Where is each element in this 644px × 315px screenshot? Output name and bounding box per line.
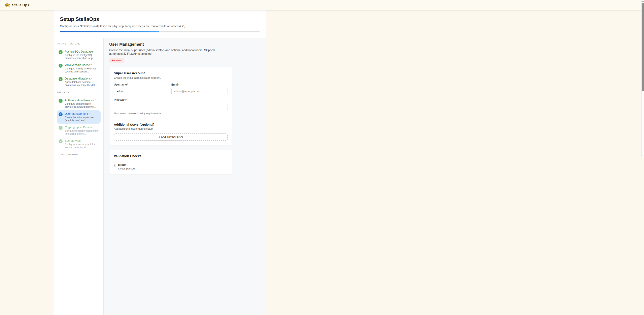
add-another-user-button[interactable]: + Add Another User: [114, 133, 228, 141]
step-description: Create the initial super user (administr…: [65, 116, 99, 122]
check-circle-icon: [58, 126, 62, 130]
step-title: PostgreSQL Database: [65, 50, 93, 53]
sidebar-item-authentication-provider[interactable]: Authentication Provider* Configure authe…: [57, 97, 100, 110]
page-subtitle: Configure your StellaOps installation st…: [60, 25, 260, 28]
sidebar-item-secrets-vault[interactable]: Secrets Vault Configure a secrets vault …: [57, 137, 100, 151]
validation-checks-card: Validation Checks exists Check passed: [109, 150, 232, 157]
additional-users-title: Additional Users (Optional): [114, 123, 228, 126]
step-description: Configure the PostgreSQL database connec…: [65, 54, 99, 60]
check-circle-icon: [58, 50, 62, 54]
check-circle-icon: [58, 77, 62, 81]
check-circle-icon: [58, 64, 62, 68]
stella-logo-icon: [5, 3, 10, 8]
page-title: Setup StellaOps: [60, 16, 260, 22]
email-input[interactable]: [172, 88, 228, 95]
step-title: Database Migrations: [65, 77, 90, 80]
section-label-infrastructure: INFRASTRUCTURE: [57, 43, 100, 45]
sidebar-item-postgresql-database[interactable]: PostgreSQL Database* Configure the Postg…: [57, 48, 100, 61]
section-divider: [114, 119, 228, 119]
step-title: User Management: [65, 112, 88, 115]
sidebar-item-database-migrations[interactable]: Database Migrations* Apply database sche…: [57, 75, 100, 88]
setup-progress-bar: [60, 31, 260, 33]
setup-header: Setup StellaOps Configure your StellaOps…: [54, 10, 266, 38]
sidebar-item-cryptographic-provider[interactable]: Cryptographic Provider Select cryptograp…: [57, 124, 100, 137]
required-asterisk: *: [94, 99, 96, 102]
section-label-security: SECURITY: [57, 91, 100, 94]
additional-users-subtitle: Add additional users during setup.: [114, 127, 228, 130]
required-asterisk: *: [88, 112, 90, 115]
required-asterisk: *: [90, 63, 92, 67]
username-input[interactable]: [114, 88, 170, 95]
super-user-card: Super User Account Create the initial ad…: [109, 67, 232, 145]
step-heading: User Management: [109, 42, 266, 47]
required-asterisk: *: [91, 77, 92, 80]
step-content: User Management Create the initial super…: [104, 38, 266, 157]
username-label: Username*: [114, 83, 170, 86]
step-title: Cryptographic Provider: [65, 125, 99, 129]
password-input[interactable]: [114, 103, 228, 110]
check-circle-icon: [58, 139, 62, 143]
step-description-text: Create the initial super user (administr…: [109, 49, 266, 56]
card-title: Validation Checks: [114, 154, 228, 157]
email-label: Email*: [172, 83, 228, 86]
setup-panel: Setup StellaOps Configure your StellaOps…: [54, 10, 266, 157]
steps-sidebar: INFRASTRUCTURE PostgreSQL Database* Conf…: [54, 38, 104, 157]
step-description: Select cryptographic algorithms for sign…: [65, 129, 99, 135]
step-title: Valkey/Redis Cache: [65, 63, 90, 67]
sidebar-item-user-management[interactable]: 5 User Management* Create the initial su…: [57, 110, 100, 124]
password-label: Password*: [114, 98, 228, 101]
card-subtitle: Create the initial administrator account…: [114, 76, 228, 79]
required-asterisk: *: [94, 50, 94, 53]
step-number-badge: 5: [58, 112, 62, 116]
required-badge: Required: [109, 58, 124, 63]
step-title: Authentication Provider: [65, 99, 94, 102]
card-title: Super User Account: [114, 72, 228, 75]
step-title: Secrets Vault: [65, 139, 99, 143]
brand-name: Stella Ops: [12, 3, 29, 7]
step-description: Configure a secrets vault for secure cre…: [65, 143, 99, 149]
step-description: Configure authentication provider (Stand…: [65, 102, 99, 109]
app-header: Stella Ops: [0, 0, 322, 10]
step-description: Apply database schema migrations to ensu…: [65, 81, 99, 87]
section-label-configuration: CONFIGURATION: [57, 153, 100, 156]
check-circle-icon: [58, 99, 62, 103]
setup-progress-fill: [60, 31, 159, 33]
step-description: Configure Valkey or Redis for caching an…: [65, 67, 99, 73]
password-hint: Must meet password policy requirements.: [114, 112, 228, 115]
sidebar-item-valkey-redis-cache[interactable]: Valkey/Redis Cache* Configure Valkey or …: [57, 62, 100, 75]
